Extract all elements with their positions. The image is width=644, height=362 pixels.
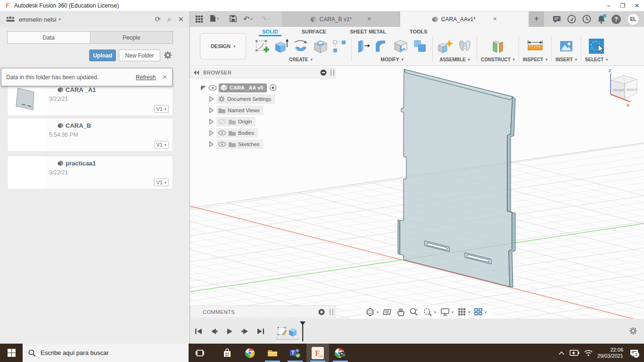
orbit-tool[interactable]: ▾ bbox=[365, 307, 379, 317]
tab-sheet-metal[interactable]: SHEET METAL bbox=[338, 27, 398, 36]
new-folder-button[interactable]: New Folder bbox=[119, 49, 160, 61]
revolve-icon[interactable] bbox=[292, 38, 310, 55]
inspect-group-label[interactable]: INSPECT▾ bbox=[523, 57, 547, 62]
file-card-cara-b[interactable]: CARA_B 5:54:36 PM V1▾ bbox=[7, 118, 173, 152]
document-tab-cara-b[interactable]: CARA_B v1* ✕ bbox=[282, 11, 400, 27]
job-status-clock-icon[interactable] bbox=[582, 15, 591, 24]
root-component[interactable]: CARA _AA v0 bbox=[219, 83, 267, 92]
hole-icon[interactable] bbox=[312, 38, 329, 55]
comments-icon[interactable] bbox=[553, 16, 561, 23]
timeline-step-back-button[interactable] bbox=[210, 328, 218, 335]
browser-node-bodies[interactable]: Bodies bbox=[190, 127, 336, 139]
version-dropdown[interactable]: V1▾ bbox=[154, 179, 169, 186]
timeline-position-marker[interactable] bbox=[299, 321, 306, 342]
visibility-off-eye-icon[interactable] bbox=[218, 119, 226, 124]
tab-tools[interactable]: TOOLS bbox=[398, 27, 439, 36]
viewcube-right-label[interactable]: RIGHT bbox=[627, 88, 638, 92]
browser-node-sketches[interactable]: Sketches bbox=[190, 139, 336, 150]
battery-charging-icon[interactable] bbox=[569, 350, 579, 356]
modify-group-label[interactable]: MODIFY▾ bbox=[381, 57, 404, 62]
panel-grip[interactable] bbox=[330, 69, 334, 76]
tab-surface[interactable]: SURFACE bbox=[290, 27, 339, 36]
taskbar-app-chrome[interactable] bbox=[239, 344, 261, 362]
assemble-group-label[interactable]: ASSEMBLE▾ bbox=[439, 57, 470, 62]
tray-expand-chevron-icon[interactable] bbox=[559, 351, 564, 355]
timeline-play-button[interactable] bbox=[226, 328, 233, 335]
file-menu-button[interactable]: ▾ bbox=[210, 15, 219, 22]
minimize-browser-icon[interactable] bbox=[320, 69, 327, 76]
shell-icon[interactable] bbox=[392, 38, 409, 55]
taskbar-app-file-explorer[interactable] bbox=[261, 344, 284, 362]
new-component-icon[interactable] bbox=[437, 38, 454, 55]
fillet-icon[interactable] bbox=[373, 38, 390, 55]
comments-bar[interactable]: COMMENTS bbox=[190, 305, 336, 318]
search-icon[interactable]: ⌕ bbox=[167, 15, 171, 24]
measure-icon[interactable] bbox=[526, 38, 545, 55]
file-card-cara-a1[interactable]: CARA _A1 3/22/21 V1▾ bbox=[7, 82, 173, 116]
folder-settings-gear-icon[interactable] bbox=[164, 51, 172, 59]
browser-root-row[interactable]: CARA _AA v0 bbox=[190, 82, 336, 93]
create-sketch-icon[interactable] bbox=[254, 38, 270, 55]
grid-snap-tool[interactable]: ▾ bbox=[458, 308, 470, 316]
insert-group-label[interactable]: INSERT▾ bbox=[555, 57, 577, 62]
taskbar-search-box[interactable]: Escribe aquí para buscar bbox=[23, 344, 189, 362]
timeline-settings-gear-icon[interactable] bbox=[629, 327, 637, 335]
expand-icon[interactable] bbox=[209, 141, 214, 147]
help-icon[interactable]: ? bbox=[611, 15, 621, 24]
joint-icon[interactable] bbox=[457, 38, 473, 55]
new-document-tab-button[interactable]: + bbox=[529, 11, 544, 27]
expand-icon[interactable] bbox=[209, 96, 214, 102]
create-group-label[interactable]: CREATE▾ bbox=[289, 57, 312, 62]
press-pull-icon[interactable] bbox=[355, 38, 371, 55]
expand-icon[interactable] bbox=[209, 119, 214, 124]
wifi-icon[interactable] bbox=[584, 350, 593, 356]
timeline-go-to-start-button[interactable] bbox=[195, 328, 202, 335]
notifications-bell[interactable] bbox=[597, 15, 605, 24]
data-panel-toggle-icon[interactable] bbox=[196, 16, 203, 23]
file-name[interactable]: CARA _A1 bbox=[58, 86, 96, 93]
refresh-icon[interactable]: ⟳ bbox=[155, 15, 161, 24]
timeline-sketch-feature[interactable] bbox=[277, 325, 287, 337]
close-tab-icon[interactable]: ✕ bbox=[367, 16, 371, 22]
activate-component-radio[interactable] bbox=[269, 84, 277, 91]
document-tab-cara-aa[interactable]: CARA_AAv1* ✕ bbox=[400, 11, 528, 27]
taskbar-app-store[interactable] bbox=[216, 344, 239, 362]
visibility-eye-icon[interactable] bbox=[208, 85, 217, 90]
panel-grip[interactable] bbox=[330, 309, 333, 315]
rectangular-pattern-icon[interactable] bbox=[331, 38, 347, 55]
minimize-button[interactable]: – bbox=[602, 0, 616, 11]
select-group-label[interactable]: SELECT▾ bbox=[585, 57, 608, 62]
close-panel-icon[interactable]: ✕ bbox=[178, 15, 184, 24]
select-icon[interactable] bbox=[588, 38, 605, 55]
undo-button[interactable]: ↶▾ bbox=[243, 15, 252, 24]
viewcube-front-label[interactable]: FRONT bbox=[612, 88, 625, 92]
construct-group-label[interactable]: CONSTRUCT▾ bbox=[481, 57, 515, 62]
add-comment-icon[interactable] bbox=[318, 309, 325, 315]
timeline-step-forward-button[interactable] bbox=[241, 328, 249, 335]
refresh-link[interactable]: Refresh bbox=[136, 74, 156, 81]
file-name[interactable]: CARA_B bbox=[58, 122, 91, 129]
taskbar-clock[interactable]: 22:06 29/03/2021 bbox=[597, 347, 623, 359]
close-tab-icon[interactable]: ✕ bbox=[493, 16, 497, 22]
timeline-extrude-feature[interactable] bbox=[287, 325, 298, 337]
browser-node-named-views[interactable]: Named Views bbox=[190, 105, 336, 116]
action-center-button[interactable]: 1 bbox=[628, 347, 640, 359]
avatar[interactable]: EL bbox=[627, 13, 639, 25]
timeline-go-to-end-button[interactable] bbox=[257, 328, 264, 335]
view-cube[interactable]: FRONT RIGHT Z X bbox=[602, 68, 643, 109]
workspace-selector[interactable]: DESIGN▾ bbox=[200, 33, 246, 59]
look-at-tool[interactable] bbox=[383, 308, 392, 316]
visibility-eye-icon[interactable] bbox=[218, 141, 226, 147]
task-view-button[interactable] bbox=[189, 344, 211, 362]
collapse-panel-icon[interactable] bbox=[194, 70, 199, 75]
zoom-window-tool[interactable]: ▾ bbox=[423, 307, 436, 317]
account-name[interactable]: emmelin nelsi bbox=[19, 16, 56, 23]
viewports-tool[interactable]: ▾ bbox=[474, 308, 487, 316]
start-button[interactable] bbox=[0, 344, 23, 362]
file-card-practicaa1[interactable]: practicaa1 3/22/21 V1▾ bbox=[7, 156, 173, 189]
version-dropdown[interactable]: V1▾ bbox=[154, 105, 169, 113]
extrude-icon[interactable] bbox=[272, 38, 289, 55]
expand-collapse-icon[interactable] bbox=[200, 85, 206, 91]
display-settings-tool[interactable]: ▾ bbox=[440, 308, 454, 316]
pan-tool[interactable] bbox=[396, 307, 405, 317]
